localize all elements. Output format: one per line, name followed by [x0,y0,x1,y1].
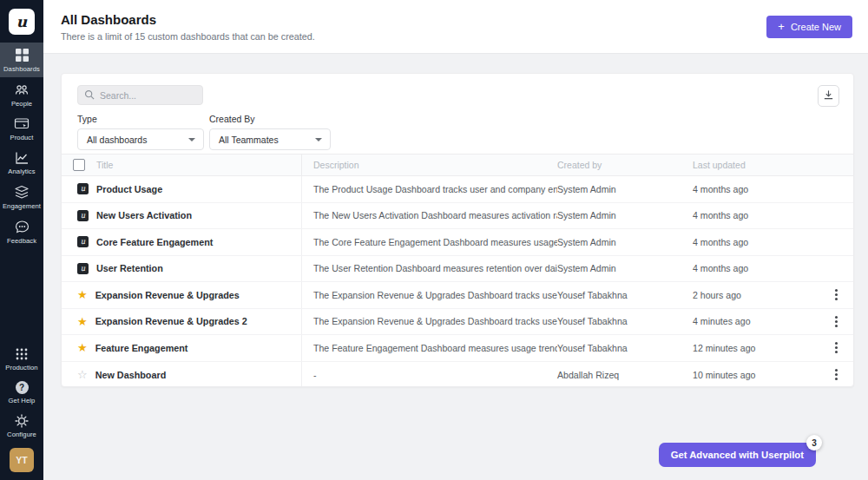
table-row[interactable]: uProduct Usage The Product Usage Dashboa… [62,176,853,203]
sidebar-item-analytics[interactable]: Analytics [0,146,43,180]
get-advanced-button[interactable]: Get Advanced with Userpilot 3 [659,443,816,467]
dashboard-description: The Expansion Revenue & Upgrades Dashboa… [302,316,557,326]
table-row[interactable]: uCore Feature Engagement The Core Featur… [62,229,853,256]
sidebar-item-dashboards[interactable]: Dashboards [0,43,43,77]
dashboard-title: Feature Engagement [95,343,188,353]
sidebar-item-label: Product [10,134,34,141]
userpilot-badge-icon: u [77,210,89,221]
dashboard-description: The Core Feature Engagement Dashboard me… [302,237,557,247]
search-input[interactable] [100,90,195,101]
dashboard-description: The New Users Activation Dashboard measu… [302,210,557,220]
sidebar-item-people[interactable]: People [0,77,43,112]
dashboard-title: New Users Activation [96,210,192,220]
sidebar-item-label: People [11,100,32,108]
table-row[interactable]: uNew Users Activation The New Users Acti… [62,203,853,230]
search-box [77,85,203,105]
created-by-dropdown-value: All Teammates [219,135,279,145]
sidebar-item-label: Feedback [7,237,36,245]
sidebar-item-label: Analytics [8,168,35,175]
sidebar-item-configure[interactable]: Configure [0,409,43,443]
created-by: System Admin [557,237,693,247]
row-menu-icon[interactable] [835,293,838,296]
table-row[interactable]: ★Expansion Revenue & Upgrades 2 The Expa… [62,309,853,336]
page-title: All Dashboards [61,12,315,27]
dashboard-title: Expansion Revenue & Upgrades [95,290,240,300]
row-menu-icon[interactable] [835,346,838,349]
sidebar-item-label: Engagement [3,202,41,210]
row-menu-icon[interactable] [835,373,838,376]
last-updated: 2 hours ago [693,290,819,300]
sidebar-item-product[interactable]: Product [0,112,43,146]
created-by: Yousef Tabakhna [557,316,693,326]
column-header-title: Title [96,160,113,170]
created-by: Abdallah Rizeq [557,370,693,380]
card-toolbar: Type All dashboards Created By All Teamm… [62,74,853,154]
last-updated: 12 minutes ago [693,343,819,353]
last-updated: 4 months ago [693,237,819,247]
filters-row: Type All dashboards Created By All Teamm… [77,114,839,150]
sidebar-item-label: Production [5,364,37,372]
created-by: System Admin [557,210,693,220]
people-icon [14,82,30,97]
content-area: Type All dashboards Created By All Teamm… [43,54,868,480]
dashboard-description: The Feature Engagement Dashboard measure… [302,343,557,353]
star-outline-icon[interactable]: ☆ [77,369,88,380]
dashboard-title: Product Usage [96,184,162,194]
dashboard-title: New Dashboard [95,370,167,380]
help-icon: ? [16,381,29,394]
last-updated: 4 minutes ago [693,316,819,326]
select-all-checkbox[interactable] [73,159,85,171]
sidebar-item-get-help[interactable]: ? Get Help [0,376,43,409]
created-by-dropdown[interactable]: All Teammates [209,128,331,150]
userpilot-badge-icon: u [77,263,89,274]
filter-type-label: Type [77,114,204,124]
created-by: System Admin [557,184,693,194]
column-header-created-by: Created by [557,160,693,170]
dashboards-card: Type All dashboards Created By All Teamm… [61,73,854,387]
filter-type: Type All dashboards [77,114,204,150]
star-filled-icon[interactable]: ★ [77,316,88,327]
table-row[interactable]: ☆New Dashboard - Abdallah Rizeq 10 minut… [62,362,853,388]
sidebar-item-label: Get Help [9,397,36,404]
engagement-icon [14,185,30,200]
notification-badge: 3 [806,435,822,450]
dashboard-description: The User Retention Dashboard measures re… [302,263,557,273]
userpilot-logo[interactable]: u [9,9,35,35]
analytics-icon [15,151,30,165]
star-filled-icon[interactable]: ★ [77,342,88,353]
app-root: u Dashboards People Product Analytics [0,0,868,480]
userpilot-badge-icon: u [77,236,89,247]
type-dropdown-value: All dashboards [87,135,147,145]
download-icon [823,89,834,103]
export-button[interactable] [818,85,839,107]
product-icon [14,117,30,131]
last-updated: 10 minutes ago [693,370,819,380]
created-by: System Admin [557,263,693,273]
star-filled-icon[interactable]: ★ [77,289,88,300]
column-header-last-updated: Last updated [693,160,819,170]
created-by: Yousef Tabakhna [557,290,693,300]
dashboards-icon [15,48,30,62]
create-new-button[interactable]: + Create New [766,16,852,38]
sidebar: u Dashboards People Product Analytics [0,0,43,480]
feedback-icon [15,220,30,234]
table-row[interactable]: uUser Retention The User Retention Dashb… [62,256,853,283]
main-area: All Dashboards There is a limit of 15 cu… [43,0,868,480]
userpilot-badge-icon: u [77,183,89,194]
sidebar-item-feedback[interactable]: Feedback [0,214,43,249]
row-menu-icon[interactable] [835,320,838,323]
search-icon [84,88,95,103]
table-row[interactable]: ★Expansion Revenue & Upgrades The Expans… [62,282,853,309]
sidebar-item-engagement[interactable]: Engagement [0,180,43,214]
gear-icon [15,414,29,428]
sidebar-item-production[interactable]: Production [0,342,43,376]
type-dropdown[interactable]: All dashboards [77,128,204,150]
chevron-down-icon [188,138,195,141]
production-grid-icon [15,347,29,361]
filter-created-by-label: Created By [209,114,331,124]
last-updated: 4 months ago [693,263,819,273]
created-by: Yousef Tabakhna [557,343,693,353]
create-new-label: Create New [791,22,841,32]
table-row[interactable]: ★Feature Engagement The Feature Engageme… [62,335,853,362]
user-avatar[interactable]: YT [10,448,34,472]
